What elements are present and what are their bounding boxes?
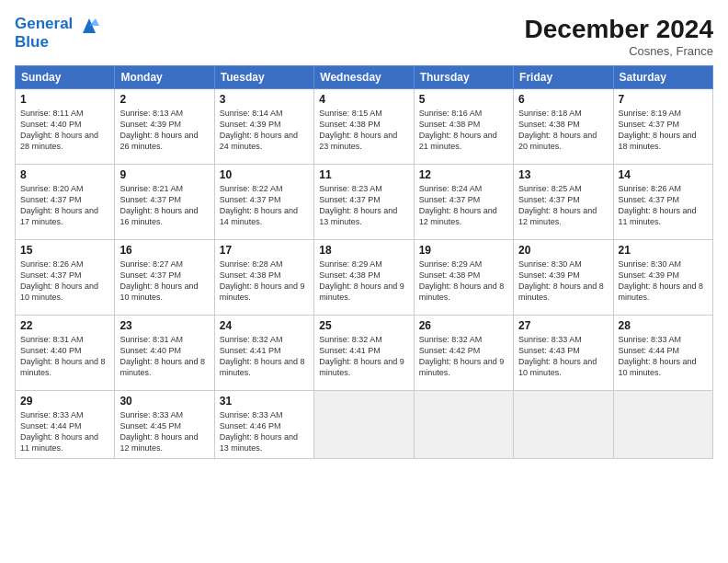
day-cell-12: 12Sunrise: 8:24 AMSunset: 4:37 PMDayligh… xyxy=(414,165,513,240)
day-cell-15: 15Sunrise: 8:26 AMSunset: 4:37 PMDayligh… xyxy=(16,240,115,316)
day-info: Sunrise: 8:33 AMSunset: 4:44 PMDaylight:… xyxy=(619,334,708,379)
day-cell-19: 19Sunrise: 8:29 AMSunset: 4:38 PMDayligh… xyxy=(414,240,513,316)
day-info: Sunrise: 8:32 AMSunset: 4:42 PMDaylight:… xyxy=(419,334,508,379)
day-number: 2 xyxy=(119,93,209,106)
day-cell-3: 3Sunrise: 8:14 AMSunset: 4:39 PMDaylight… xyxy=(214,89,313,165)
day-cell-5: 5Sunrise: 8:16 AMSunset: 4:38 PMDaylight… xyxy=(414,89,513,165)
day-info: Sunrise: 8:32 AMSunset: 4:41 PMDaylight:… xyxy=(220,334,309,379)
day-number: 12 xyxy=(419,168,508,181)
col-header-saturday: Saturday xyxy=(613,66,712,89)
week-row-4: 22Sunrise: 8:31 AMSunset: 4:40 PMDayligh… xyxy=(16,316,713,391)
day-number: 3 xyxy=(220,93,309,106)
day-number: 28 xyxy=(619,319,708,332)
day-number: 30 xyxy=(119,395,209,408)
day-number: 16 xyxy=(119,244,209,257)
day-info: Sunrise: 8:19 AMSunset: 4:37 PMDaylight:… xyxy=(619,108,708,153)
empty-cell xyxy=(414,391,513,459)
day-cell-1: 1Sunrise: 8:11 AMSunset: 4:40 PMDaylight… xyxy=(16,89,115,165)
col-header-tuesday: Tuesday xyxy=(214,66,313,89)
day-cell-11: 11Sunrise: 8:23 AMSunset: 4:37 PMDayligh… xyxy=(314,165,414,240)
day-info: Sunrise: 8:24 AMSunset: 4:37 PMDaylight:… xyxy=(419,183,508,228)
day-cell-31: 31Sunrise: 8:33 AMSunset: 4:46 PMDayligh… xyxy=(214,391,313,459)
day-info: Sunrise: 8:15 AMSunset: 4:38 PMDaylight:… xyxy=(319,108,408,153)
day-number: 27 xyxy=(518,319,608,332)
calendar-header-row: SundayMondayTuesdayWednesdayThursdayFrid… xyxy=(16,66,713,89)
day-cell-16: 16Sunrise: 8:27 AMSunset: 4:37 PMDayligh… xyxy=(115,240,214,316)
day-info: Sunrise: 8:29 AMSunset: 4:38 PMDaylight:… xyxy=(419,259,508,304)
day-number: 13 xyxy=(518,168,608,181)
day-cell-25: 25Sunrise: 8:32 AMSunset: 4:41 PMDayligh… xyxy=(314,316,414,391)
day-number: 26 xyxy=(419,319,508,332)
day-info: Sunrise: 8:25 AMSunset: 4:37 PMDaylight:… xyxy=(518,183,608,228)
day-cell-29: 29Sunrise: 8:33 AMSunset: 4:44 PMDayligh… xyxy=(16,391,115,459)
day-number: 8 xyxy=(20,168,109,181)
day-number: 11 xyxy=(319,168,408,181)
day-info: Sunrise: 8:26 AMSunset: 4:37 PMDaylight:… xyxy=(619,183,708,228)
day-cell-23: 23Sunrise: 8:31 AMSunset: 4:40 PMDayligh… xyxy=(115,316,214,391)
day-number: 25 xyxy=(319,319,408,332)
day-cell-2: 2Sunrise: 8:13 AMSunset: 4:39 PMDaylight… xyxy=(115,89,214,165)
day-cell-24: 24Sunrise: 8:32 AMSunset: 4:41 PMDayligh… xyxy=(214,316,313,391)
day-cell-6: 6Sunrise: 8:18 AMSunset: 4:38 PMDaylight… xyxy=(514,89,613,165)
logo-icon xyxy=(79,17,99,33)
day-number: 29 xyxy=(20,395,109,408)
day-number: 17 xyxy=(220,244,309,257)
day-cell-14: 14Sunrise: 8:26 AMSunset: 4:37 PMDayligh… xyxy=(613,165,712,240)
day-info: Sunrise: 8:28 AMSunset: 4:38 PMDaylight:… xyxy=(220,259,309,304)
day-info: Sunrise: 8:26 AMSunset: 4:37 PMDaylight:… xyxy=(20,259,109,304)
week-row-3: 15Sunrise: 8:26 AMSunset: 4:37 PMDayligh… xyxy=(16,240,713,316)
day-cell-7: 7Sunrise: 8:19 AMSunset: 4:37 PMDaylight… xyxy=(613,89,712,165)
day-info: Sunrise: 8:31 AMSunset: 4:40 PMDaylight:… xyxy=(20,334,109,379)
day-number: 1 xyxy=(20,93,109,106)
day-number: 10 xyxy=(220,168,309,181)
page: General Blue December 2024 Cosnes, Franc… xyxy=(0,0,728,563)
day-number: 31 xyxy=(220,395,309,408)
day-info: Sunrise: 8:18 AMSunset: 4:38 PMDaylight:… xyxy=(518,108,608,153)
col-header-monday: Monday xyxy=(115,66,214,89)
day-number: 23 xyxy=(119,319,209,332)
day-cell-13: 13Sunrise: 8:25 AMSunset: 4:37 PMDayligh… xyxy=(514,165,613,240)
day-cell-30: 30Sunrise: 8:33 AMSunset: 4:45 PMDayligh… xyxy=(115,391,214,459)
day-number: 14 xyxy=(619,168,708,181)
day-number: 24 xyxy=(220,319,309,332)
col-header-thursday: Thursday xyxy=(414,66,513,89)
empty-cell xyxy=(613,391,712,459)
day-cell-8: 8Sunrise: 8:20 AMSunset: 4:37 PMDaylight… xyxy=(16,165,115,240)
day-cell-18: 18Sunrise: 8:29 AMSunset: 4:38 PMDayligh… xyxy=(314,240,414,316)
day-number: 21 xyxy=(619,244,708,257)
week-row-1: 1Sunrise: 8:11 AMSunset: 4:40 PMDaylight… xyxy=(16,89,713,165)
day-info: Sunrise: 8:33 AMSunset: 4:44 PMDaylight:… xyxy=(20,409,109,454)
day-info: Sunrise: 8:22 AMSunset: 4:37 PMDaylight:… xyxy=(220,183,309,228)
day-number: 4 xyxy=(319,93,408,106)
day-info: Sunrise: 8:13 AMSunset: 4:39 PMDaylight:… xyxy=(119,108,209,153)
week-row-2: 8Sunrise: 8:20 AMSunset: 4:37 PMDaylight… xyxy=(16,165,713,240)
day-cell-28: 28Sunrise: 8:33 AMSunset: 4:44 PMDayligh… xyxy=(613,316,712,391)
logo-blue: Blue xyxy=(15,33,99,52)
day-cell-20: 20Sunrise: 8:30 AMSunset: 4:39 PMDayligh… xyxy=(514,240,613,316)
logo-text: General xyxy=(15,15,99,33)
day-number: 15 xyxy=(20,244,109,257)
day-cell-10: 10Sunrise: 8:22 AMSunset: 4:37 PMDayligh… xyxy=(214,165,313,240)
day-cell-9: 9Sunrise: 8:21 AMSunset: 4:37 PMDaylight… xyxy=(115,165,214,240)
day-number: 5 xyxy=(419,93,508,106)
day-info: Sunrise: 8:14 AMSunset: 4:39 PMDaylight:… xyxy=(220,108,309,153)
day-number: 9 xyxy=(119,168,209,181)
day-number: 20 xyxy=(518,244,608,257)
location: Cosnes, France xyxy=(525,44,713,58)
day-info: Sunrise: 8:33 AMSunset: 4:46 PMDaylight:… xyxy=(220,409,309,454)
day-info: Sunrise: 8:11 AMSunset: 4:40 PMDaylight:… xyxy=(20,108,109,153)
day-cell-17: 17Sunrise: 8:28 AMSunset: 4:38 PMDayligh… xyxy=(214,240,313,316)
col-header-wednesday: Wednesday xyxy=(314,66,414,89)
day-number: 6 xyxy=(518,93,608,106)
day-number: 7 xyxy=(619,93,708,106)
day-info: Sunrise: 8:33 AMSunset: 4:45 PMDaylight:… xyxy=(119,409,209,454)
day-info: Sunrise: 8:32 AMSunset: 4:41 PMDaylight:… xyxy=(319,334,408,379)
week-row-5: 29Sunrise: 8:33 AMSunset: 4:44 PMDayligh… xyxy=(16,391,713,459)
day-info: Sunrise: 8:23 AMSunset: 4:37 PMDaylight:… xyxy=(319,183,408,228)
empty-cell xyxy=(314,391,414,459)
logo: General Blue xyxy=(15,15,99,51)
day-cell-21: 21Sunrise: 8:30 AMSunset: 4:39 PMDayligh… xyxy=(613,240,712,316)
day-cell-26: 26Sunrise: 8:32 AMSunset: 4:42 PMDayligh… xyxy=(414,316,513,391)
day-info: Sunrise: 8:33 AMSunset: 4:43 PMDaylight:… xyxy=(518,334,608,379)
header: General Blue December 2024 Cosnes, Franc… xyxy=(15,15,713,58)
